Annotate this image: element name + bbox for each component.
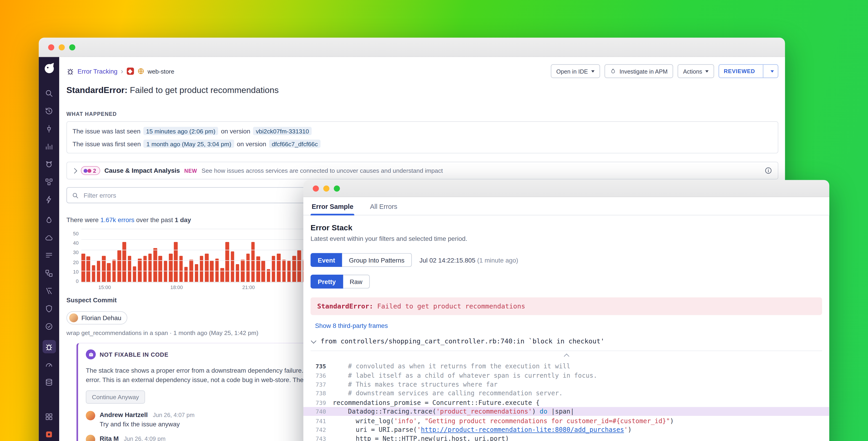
- gridline: [81, 250, 314, 250]
- sidebar-item-workflows[interactable]: [42, 428, 56, 441]
- line-number: 737: [311, 381, 333, 387]
- collapse-frame-button[interactable]: [311, 351, 822, 359]
- error-count-bar[interactable]: [174, 242, 178, 282]
- error-count-bar[interactable]: [277, 254, 280, 282]
- cause-impact-row[interactable]: 2 Cause & Impact Analysis NEW See how is…: [66, 162, 778, 180]
- overlay-window-titlebar[interactable]: [303, 180, 829, 197]
- error-count-bar[interactable]: [220, 268, 224, 282]
- raw-toggle-button[interactable]: Raw: [343, 275, 370, 289]
- code-token: recommendations_promise = Concurrent::Fu…: [333, 399, 540, 406]
- commit-author-chip[interactable]: Florian Dehau: [66, 311, 127, 324]
- sidebar-item-synthetics[interactable]: [42, 319, 56, 333]
- error-count-bar[interactable]: [225, 242, 229, 282]
- y-tick-label: 50: [73, 232, 79, 236]
- sidebar-item-cloud[interactable]: [42, 231, 56, 244]
- actions-button[interactable]: Actions: [678, 64, 714, 78]
- error-count-bar[interactable]: [138, 259, 142, 282]
- minimize-window-button[interactable]: [59, 44, 65, 50]
- error-count-bar[interactable]: [81, 254, 85, 282]
- error-count-bar[interactable]: [251, 242, 255, 282]
- sidebar-item-apm[interactable]: [42, 213, 56, 227]
- sidebar-item-infrastructure[interactable]: [42, 175, 56, 188]
- error-count-bar[interactable]: [272, 256, 276, 282]
- sidebar-item-profiling[interactable]: [42, 358, 56, 371]
- first-seen-version-chip[interactable]: dfcf66c7_dfcf66c: [269, 140, 321, 148]
- datadog-logo-icon[interactable]: [43, 62, 55, 74]
- event-toggle-button[interactable]: Event: [311, 253, 342, 267]
- error-count-bar[interactable]: [148, 254, 152, 282]
- code-token: ): [628, 426, 632, 434]
- service-name[interactable]: web-store: [148, 68, 174, 75]
- sidebar-item-error-tracking[interactable]: [42, 340, 56, 353]
- error-count-bar[interactable]: [122, 242, 126, 282]
- sidebar-item-apps[interactable]: [42, 410, 56, 423]
- error-count-bar[interactable]: [128, 256, 131, 282]
- comment-author: Rita M: [100, 435, 119, 441]
- zoom-window-button[interactable]: [69, 44, 75, 50]
- error-count-bar[interactable]: [184, 267, 188, 282]
- sidebar-item-ci[interactable]: [42, 266, 56, 280]
- breadcrumb-separator: ›: [121, 68, 123, 74]
- error-count-bar[interactable]: [169, 254, 173, 282]
- pretty-toggle-button[interactable]: Pretty: [311, 275, 343, 289]
- error-count-bar[interactable]: [292, 256, 296, 282]
- last-seen-version-chip[interactable]: vbi2ck07fm-331310: [253, 127, 312, 135]
- error-count-bar[interactable]: [246, 254, 250, 282]
- error-count-link[interactable]: 1.67k errors: [100, 216, 134, 223]
- sidebar-item-watchdog[interactable]: [42, 157, 56, 171]
- error-count-bar[interactable]: [117, 250, 121, 282]
- error-count-bar[interactable]: [231, 251, 235, 282]
- minimize-window-button[interactable]: [323, 185, 330, 192]
- group-into-patterns-button[interactable]: Group Into Patterns: [342, 253, 412, 267]
- toolbar: Open in IDE Investigate in APM Actions: [551, 64, 778, 78]
- stack-frame-row[interactable]: from controllers/shopping_cart_controlle…: [311, 337, 822, 345]
- breadcrumb-error-tracking-link[interactable]: Error Tracking: [78, 68, 117, 75]
- info-icon[interactable]: [765, 167, 772, 174]
- error-count-bar[interactable]: [298, 250, 301, 282]
- investigate-in-apm-button[interactable]: Investigate in APM: [604, 64, 673, 78]
- last-seen-time-chip[interactable]: 15 minutes ago (2:06 pm): [143, 127, 218, 135]
- error-count-bar[interactable]: [195, 264, 198, 282]
- reviewed-status-button[interactable]: REVIEWED: [719, 64, 778, 78]
- first-seen-row: The issue was first seen 1 month ago (Ma…: [72, 140, 772, 148]
- code-viewer[interactable]: 735 # convoluted as when it returns from…: [303, 362, 829, 441]
- zoom-window-button[interactable]: [334, 185, 340, 192]
- error-count-bar[interactable]: [179, 256, 183, 282]
- close-window-button[interactable]: [313, 185, 319, 192]
- error-count-bar[interactable]: [199, 256, 203, 282]
- chevron-right-icon[interactable]: [72, 169, 76, 173]
- page-title: StandardError: Failed to get product rec…: [66, 85, 778, 95]
- code-url-link[interactable]: http://product-recommendation-lite:8080/…: [421, 426, 624, 434]
- close-window-button[interactable]: [48, 44, 54, 50]
- sidebar-item-security[interactable]: [42, 302, 56, 315]
- sidebar-item-serverless[interactable]: [42, 284, 56, 297]
- comment-author: Andrew Hartzell: [100, 412, 148, 418]
- error-stack-panel: Error Stack Latest event within your fil…: [303, 215, 829, 441]
- sidebar-item-database[interactable]: [42, 375, 56, 389]
- error-count-bar[interactable]: [158, 256, 162, 282]
- open-in-ide-button[interactable]: Open in IDE: [551, 64, 600, 78]
- sidebar-item-pin[interactable]: [42, 122, 56, 135]
- tab-error-sample[interactable]: Error Sample: [311, 197, 354, 215]
- first-seen-time-chip[interactable]: 1 month ago (May 25, 3:04 pm): [144, 140, 234, 148]
- error-count-bar[interactable]: [236, 264, 239, 282]
- sidebar-item-logs[interactable]: [42, 248, 56, 262]
- show-third-party-frames-link[interactable]: Show 8 third-party frames: [315, 322, 388, 329]
- error-count-bar[interactable]: [143, 256, 147, 282]
- sidebar-item-events[interactable]: [42, 193, 56, 206]
- sidebar-item-history[interactable]: [42, 104, 56, 117]
- sidebar-item-metrics[interactable]: [42, 140, 56, 153]
- sidebar-item-search[interactable]: [42, 86, 56, 99]
- tab-all-errors[interactable]: All Errors: [369, 197, 398, 215]
- error-count-bar[interactable]: [92, 265, 95, 282]
- breadcrumb: Error Tracking › web-store: [66, 67, 174, 75]
- error-count-bar[interactable]: [205, 254, 209, 282]
- code-token: |span|: [547, 408, 574, 415]
- error-count-bar[interactable]: [107, 263, 111, 282]
- error-count-bar[interactable]: [133, 266, 136, 282]
- error-count-bar[interactable]: [154, 248, 157, 282]
- continue-anyway-button[interactable]: Continue Anyway: [86, 390, 145, 404]
- main-window-titlebar[interactable]: [39, 38, 785, 57]
- error-count-bar[interactable]: [215, 259, 219, 282]
- error-count-bar[interactable]: [102, 256, 105, 282]
